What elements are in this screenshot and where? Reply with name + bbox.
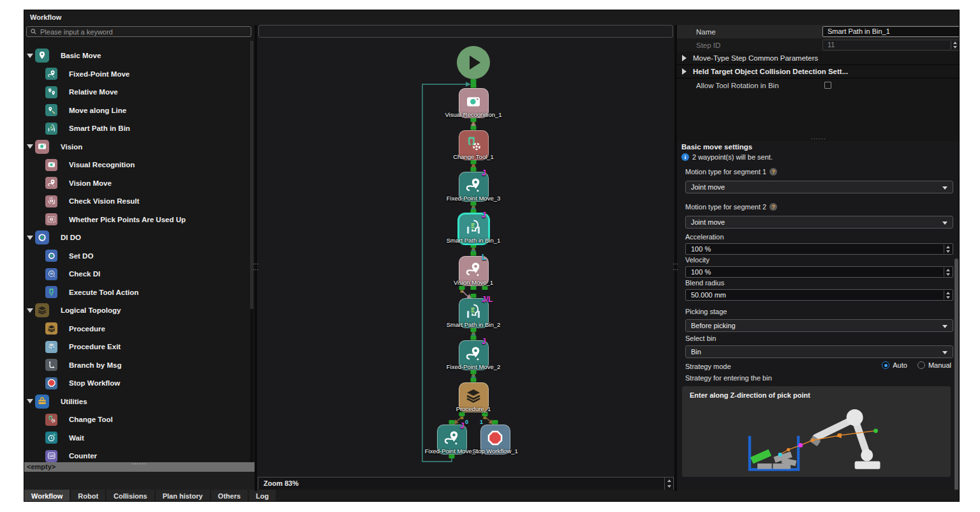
- tree-item-visual-recognition[interactable]: Visual Recognition: [24, 156, 249, 174]
- help-icon[interactable]: ?: [769, 203, 777, 211]
- tree-item-procedure-exit[interactable]: Procedure Exit: [24, 338, 249, 356]
- tree-item-stop-workflow[interactable]: Stop Workflow: [24, 374, 249, 392]
- tab-workflow[interactable]: Workflow: [24, 490, 70, 502]
- motion2-label: Motion type for segment 2: [685, 203, 766, 211]
- motion-type-badge: J: [482, 169, 486, 177]
- zoom-label: Zoom 83%: [264, 479, 299, 487]
- tree-item-label: Branch by Msg: [69, 361, 121, 369]
- svg-text:DI: DI: [50, 273, 52, 276]
- tree-item-utilities[interactable]: Utilities: [24, 393, 249, 410]
- tab-log[interactable]: Log: [249, 490, 276, 502]
- tree-item-check-vision-result[interactable]: Check Vision Result: [24, 192, 249, 210]
- radio-auto[interactable]: Auto: [882, 361, 907, 369]
- tree-item-check-di[interactable]: DICheck DI: [24, 265, 249, 283]
- motion2-label-row: Motion type for segment 2 ?: [685, 203, 777, 211]
- search-icon: [30, 28, 37, 35]
- tab-plan-history[interactable]: Plan history: [156, 490, 210, 502]
- radio-manual[interactable]: Manual: [917, 361, 951, 369]
- zoom-control[interactable]: Zoom 83%: [258, 477, 665, 490]
- pin-line-icon: [45, 104, 57, 116]
- tree-item-label: Utilities: [61, 398, 87, 405]
- step-id-input: 11: [822, 40, 960, 50]
- motion2-dropdown[interactable]: Joint move: [685, 216, 953, 229]
- acceleration-input[interactable]: 100 %: [685, 243, 953, 255]
- zoom-spinner[interactable]: [665, 477, 674, 490]
- node-visual-recognition-1[interactable]: [459, 88, 489, 118]
- tree-scrollbar[interactable]: [250, 41, 253, 462]
- pin-route-icon: [464, 344, 483, 363]
- expand-arrow-icon[interactable]: [27, 236, 33, 240]
- select-bin-dropdown[interactable]: Bin: [685, 345, 953, 358]
- smart-path-icon: [45, 123, 57, 135]
- search-input[interactable]: [40, 28, 248, 36]
- tree-item-vision[interactable]: Vision: [24, 138, 249, 156]
- tree-item-move-along-line[interactable]: Move along Line: [24, 102, 249, 119]
- workflow-canvas[interactable]: 0 1 Visual Recognition_1Change Tool_1Fix…: [257, 25, 674, 501]
- tree-item-di-do[interactable]: DI DO: [24, 229, 249, 246]
- tree-item-label: Counter: [69, 452, 97, 460]
- radio-auto-icon: [882, 361, 889, 369]
- tab-others[interactable]: Others: [211, 490, 248, 502]
- tree-item-fixed-point-move[interactable]: Fixed-Point Move: [24, 65, 249, 83]
- splitter-dots[interactable]: ······: [132, 460, 147, 469]
- tab-robot[interactable]: Robot: [71, 490, 105, 502]
- allow-tool-rotation-checkbox[interactable]: [824, 82, 831, 89]
- tree-item-wait[interactable]: Wait: [24, 429, 249, 447]
- tree-item-branch-by-msg[interactable]: Branch by Msg: [24, 356, 249, 374]
- expand-arrow-icon[interactable]: [27, 399, 33, 403]
- tree-item-whether-pick-points-are-used-up[interactable]: Whether Pick Points Are Used Up: [24, 211, 249, 229]
- stop-icon: [45, 377, 57, 389]
- canvas-right-splitter[interactable]: ⋮⋮: [674, 25, 677, 491]
- blend-radius-input[interactable]: 50.000 mm: [685, 289, 953, 301]
- tree-item-procedure[interactable]: Procedure: [24, 320, 249, 338]
- expand-arrow-icon[interactable]: [27, 54, 33, 58]
- tree-item-set-do[interactable]: Set DO: [24, 247, 249, 265]
- expand-arrow-icon[interactable]: [27, 308, 33, 313]
- expand-arrow-icon[interactable]: [27, 144, 33, 149]
- tree-item-relative-move[interactable]: Relative Move: [24, 83, 249, 101]
- tree-item-label: Execute Tool Action: [69, 289, 138, 296]
- name-label: Name: [696, 28, 716, 36]
- search-box[interactable]: [26, 26, 251, 37]
- left-canvas-splitter[interactable]: ⋮⋮: [255, 25, 257, 491]
- tree-item-label: Vision Move: [69, 179, 112, 187]
- name-row: Name Smart Path in Bin_1: [677, 25, 960, 38]
- do-ring-icon: [45, 250, 57, 262]
- start-node[interactable]: [457, 46, 490, 79]
- properties-panel: Name Smart Path in Bin_1 Step ID 11 Move…: [677, 25, 960, 501]
- allow-tool-rotation-label: Allow Tool Rotation in Bin: [696, 82, 779, 89]
- empty-label: <empty>: [27, 463, 56, 471]
- basic-move-settings-section: Basic move settings i 2 waypoint(s) will…: [677, 141, 960, 491]
- motion1-dropdown[interactable]: Joint move: [685, 181, 953, 193]
- velocity-input[interactable]: 100 %: [685, 266, 953, 278]
- picking-stage-dropdown[interactable]: Before picking: [685, 319, 953, 332]
- tree-item-smart-path-in-bin[interactable]: Smart Path in Bin: [24, 119, 249, 137]
- tree-item-label: Stop Workflow: [69, 379, 120, 387]
- svg-text:123: 123: [49, 455, 54, 458]
- motion-type-badge: L: [482, 253, 486, 262]
- node-stop-workflow-1[interactable]: [480, 425, 510, 455]
- tree-item-basic-move[interactable]: Basic Move: [24, 47, 249, 64]
- help-icon[interactable]: ?: [769, 168, 777, 176]
- motion1-label: Motion type for segment 1: [685, 168, 766, 176]
- strategy-illustration: Enter along Z-direction of pick point: [682, 386, 951, 477]
- svg-text:0: 0: [465, 419, 468, 425]
- tree-item-logical-topology[interactable]: Logical Topology: [24, 301, 249, 319]
- right-scrollbar[interactable]: [954, 259, 958, 502]
- node-change-tool-1[interactable]: [459, 130, 489, 160]
- section-collision-detection[interactable]: Held Target Object Collision Detection S…: [677, 65, 960, 79]
- tree-item-change-tool[interactable]: Change Tool: [24, 410, 249, 428]
- smart-path-icon: [464, 302, 483, 321]
- radio-manual-icon: [917, 361, 925, 369]
- section-move-type-params[interactable]: Move-Type Step Common Parameters: [677, 52, 960, 65]
- basic-move-settings-title: Basic move settings: [681, 143, 752, 151]
- tree-item-execute-tool-action[interactable]: Execute Tool Action: [24, 283, 249, 301]
- node-procedure-1[interactable]: [459, 382, 489, 412]
- tree-item-vision-move[interactable]: Vision Move: [24, 174, 249, 192]
- chevron-down-icon: [942, 186, 947, 190]
- tab-collisions[interactable]: Collisions: [107, 490, 154, 502]
- name-input[interactable]: Smart Path in Bin_1: [822, 26, 960, 37]
- allow-tool-rotation-row: Allow Tool Rotation in Bin: [677, 79, 960, 92]
- empty-bar[interactable]: ······<empty>: [24, 462, 255, 472]
- select-bin-label: Select bin: [685, 335, 716, 342]
